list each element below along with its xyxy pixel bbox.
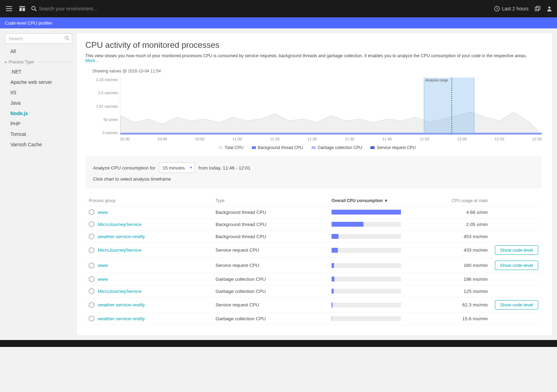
analyze-box: Analyze CPU consumption for 15 minutes ▾… [85,156,542,189]
sidebar-item-java[interactable]: Java [5,98,72,108]
chart-y-axis: 3.33 min/min2.5 min/min1.67 min/min50 s/… [92,78,120,135]
chart-timestamp: Showing values @ 2016-10-04 11:54 [92,69,542,73]
table-row: weather-service-restifyService request C… [85,297,542,313]
global-search-input[interactable] [39,6,143,11]
cpu-bar [332,316,401,321]
legend-item[interactable]: Background thread CPU [252,145,303,150]
th-cpu-usage[interactable]: CPU usage at mark [404,195,491,206]
svg-point-8 [65,36,68,39]
svg-rect-6 [537,6,540,10]
svg-marker-12 [89,247,94,253]
th-overall-cpu[interactable]: Overall CPU consumption ▼ [328,195,404,206]
legend-item[interactable]: Total CPU [218,145,243,150]
legend-swatch [311,146,316,149]
time-range-picker[interactable]: Last 2 hours [494,6,529,11]
process-group-link[interactable]: MicroJourneyService [98,247,142,253]
sidebar-group-title[interactable]: ▾ Process Type [5,56,72,67]
svg-marker-10 [89,221,94,227]
process-group-link[interactable]: MicroJourneyService [98,222,142,227]
sidebar: All ▾ Process Type .NETApache web server… [0,28,77,340]
table-row: MicroJourneyServiceBackground thread CPU… [85,218,542,230]
svg-marker-16 [89,302,94,308]
show-code-level-button[interactable]: Show code-level [495,245,538,255]
cpu-bar [332,303,401,307]
chart-legend: Total CPUBackground thread CPUGarbage co… [92,145,542,150]
svg-point-7 [548,7,550,9]
table-row: weather-service-restifyBackground thread… [85,230,542,243]
user-icon[interactable] [547,6,552,11]
more-link[interactable]: More… [85,58,100,63]
cpu-bar [332,289,401,294]
cpu-bar [332,263,401,268]
table-row: MicroJourneyServiceGarbage collection CP… [85,285,542,297]
cpu-bar [332,222,401,227]
legend-item[interactable]: Garbage collection CPU [311,145,362,150]
svg-marker-14 [89,276,94,282]
search-icon[interactable] [31,6,37,11]
sidebar-item-tomcat[interactable]: Tomcat [5,129,72,139]
sidebar-item-iis[interactable]: IIS [5,87,72,98]
svg-marker-11 [89,234,94,239]
breadcrumb-link[interactable]: Code-level CPU profiler [5,20,52,26]
topbar: Last 2 hours [0,0,557,17]
legend-swatch [218,146,223,149]
sidebar-item--net[interactable]: .NET [5,67,72,77]
process-group-link[interactable]: www [98,210,108,215]
cpu-bar [332,277,401,281]
sidebar-item-php[interactable]: PHP [5,119,72,129]
process-icon [89,262,94,269]
th-process-group[interactable]: Process group [85,195,212,206]
dashboard-icon[interactable] [18,5,26,13]
process-icon [89,276,94,282]
svg-point-3 [32,7,35,10]
page-description: This view shows you how much of your mon… [85,53,542,63]
search-icon[interactable] [65,36,69,41]
show-code-level-button[interactable]: Show code-level [495,300,538,310]
sidebar-item-apache-web-server[interactable]: Apache web server [5,77,72,87]
process-group-link[interactable]: www [98,277,108,282]
sidebar-item-varnish-cache[interactable]: Varnish Cache [5,139,72,150]
svg-marker-17 [89,316,94,321]
process-icon [89,315,94,322]
process-group-link[interactable]: weather-service-restify [98,316,145,321]
legend-item[interactable]: Service request CPU [370,145,415,150]
main-content: CPU activity of monitored processes This… [77,33,552,335]
footer [0,340,557,347]
process-icon [89,233,94,239]
process-icon [89,209,94,215]
process-icon [89,221,94,227]
analyze-duration-select[interactable]: 15 minutes [159,163,195,173]
process-icon [89,288,94,294]
process-group-link[interactable]: MicroJourneyService [98,289,142,294]
page-title: CPU activity of monitored processes [85,40,542,50]
sidebar-item-node-js[interactable]: Node.js [5,108,72,119]
show-code-level-button[interactable]: Show code-level [495,261,538,270]
table-row: wwwGarbage collection CPU196 ms/min [85,273,542,285]
cpu-bar [332,210,401,215]
chevron-down-icon: ▾ [5,60,7,64]
process-group-link[interactable]: weather-service-restify [98,234,145,239]
table-row: wwwBackground thread CPU4.66 s/min [85,206,542,218]
sidebar-item-all[interactable]: All [5,49,72,54]
table-row: wwwService request CPU160 ms/minShow cod… [85,258,542,273]
share-icon[interactable] [535,6,540,11]
chart-plot[interactable]: Analysis range [120,78,542,135]
process-group-link[interactable]: www [98,263,108,268]
clock-icon [494,6,500,11]
menu-icon[interactable] [5,5,13,13]
cpu-bar [332,234,401,239]
svg-rect-5 [535,7,539,11]
chart-x-axis: 10:3010:4010:5011:0011:1011:2011:3011:40… [120,135,542,141]
global-search [31,6,494,11]
process-group-link[interactable]: weather-service-restify [98,302,145,307]
breadcrumb: Code-level CPU profiler [0,17,557,28]
chart-area: Showing values @ 2016-10-04 11:54 3.33 m… [92,69,542,150]
analyze-hint: Click chart to select analysis timeframe [93,176,534,182]
th-type[interactable]: Type [212,195,328,206]
time-range-label: Last 2 hours [502,6,529,11]
svg-marker-13 [89,263,94,268]
sidebar-search-input[interactable] [5,33,72,44]
legend-swatch [252,146,256,149]
legend-swatch [370,146,375,149]
svg-rect-2 [23,8,25,11]
